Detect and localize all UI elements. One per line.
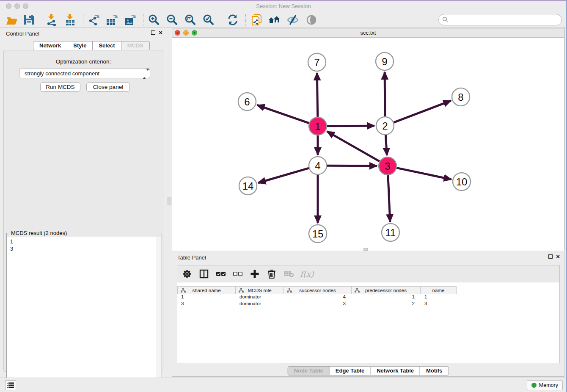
search-input[interactable] — [451, 17, 561, 23]
search-field[interactable] — [438, 14, 562, 25]
tab-node-table[interactable]: Node Table — [288, 366, 330, 375]
graph-node-6[interactable]: 6 — [238, 93, 256, 110]
panel-splitter-handle[interactable] — [168, 197, 171, 205]
add-row-icon[interactable] — [249, 268, 260, 279]
tab-network-table[interactable]: Network Table — [370, 366, 420, 375]
graph-edge-2-9[interactable] — [385, 72, 385, 117]
table-cell[interactable]: 1 — [352, 294, 421, 301]
table-cell[interactable]: dominator — [236, 294, 284, 301]
column-header-MCDS-role[interactable]: MCDS role — [236, 286, 284, 294]
svg-text:4: 4 — [315, 160, 320, 171]
table-cell[interactable]: 4 — [284, 294, 352, 301]
graph-edge-4-14[interactable] — [258, 168, 309, 183]
column-header-successor-nodes[interactable]: successor nodes — [284, 286, 352, 294]
graph-node-4[interactable]: 4 — [309, 157, 327, 174]
open-session-icon[interactable] — [5, 13, 19, 27]
network-canvas[interactable]: 7968124314101511 — [172, 38, 564, 251]
criterion-select[interactable]: strongly connected component — [19, 69, 150, 78]
graph-node-10[interactable]: 10 — [453, 173, 471, 190]
table-cell[interactable]: 2 — [352, 301, 421, 308]
graph-node-3[interactable]: 3 — [379, 157, 396, 175]
export-image-icon[interactable] — [124, 13, 137, 27]
graph-edge-3-1[interactable] — [327, 131, 380, 161]
column-header-predecessor-nodes[interactable]: predecessor nodes — [352, 286, 421, 294]
duplicate-network-icon[interactable] — [250, 13, 264, 27]
refresh-icon[interactable] — [226, 13, 239, 27]
import-network-icon[interactable] — [45, 13, 58, 27]
column-header-shared-name[interactable]: shared name — [177, 286, 236, 294]
memory-button[interactable]: Memory — [527, 380, 563, 390]
export-table-icon[interactable] — [105, 13, 118, 27]
run-mcds-button[interactable]: Run MCDS — [40, 82, 80, 92]
graph-node-14[interactable]: 14 — [239, 177, 257, 195]
graph-node-1[interactable]: 1 — [309, 117, 327, 135]
float-panel-icon[interactable] — [151, 30, 155, 35]
save-session-icon[interactable] — [22, 13, 36, 27]
show-all-networks-icon[interactable] — [267, 13, 281, 27]
network-splitter-handle[interactable] — [363, 248, 368, 251]
tab-network[interactable]: Network — [33, 41, 67, 50]
delete-row-icon[interactable] — [266, 268, 277, 279]
float-table-panel-icon[interactable] — [548, 254, 553, 259]
graph-node-11[interactable]: 11 — [382, 224, 399, 241]
control-panel: Control Panel × NetworkStyleSelectMCDS O… — [0, 28, 168, 373]
main-toolbar — [0, 11, 567, 28]
settings-gear-icon[interactable] — [182, 268, 193, 279]
graph-node-9[interactable]: 9 — [376, 52, 394, 70]
graph-edge-3-11[interactable] — [388, 175, 390, 222]
zoom-out-icon[interactable] — [165, 13, 179, 27]
export-network-icon[interactable] — [87, 13, 101, 27]
column-header-label: successor nodes — [284, 288, 351, 293]
zoom-selected-icon[interactable] — [202, 13, 215, 27]
graph-node-2[interactable]: 2 — [376, 117, 394, 135]
table-cell[interactable]: 3 — [178, 301, 236, 308]
task-history-button[interactable] — [5, 380, 16, 390]
close-panel-button[interactable]: Close panel — [86, 82, 130, 92]
graph-node-8[interactable]: 8 — [452, 88, 470, 106]
table-row[interactable]: 3dominator323 — [178, 301, 559, 308]
tab-select[interactable]: Select — [92, 41, 121, 50]
graph-edge-1-6[interactable] — [257, 105, 310, 123]
table-cell[interactable]: 3 — [284, 301, 352, 308]
graph-edge-1-7[interactable] — [317, 73, 317, 117]
column-header-name[interactable]: name — [421, 286, 457, 294]
table-cell[interactable]: dominator — [236, 301, 284, 308]
graph-edge-3-10[interactable] — [396, 168, 451, 179]
column-header-label: shared name — [178, 288, 235, 293]
table-cell[interactable]: 1 — [421, 294, 457, 301]
close-panel-icon[interactable]: × — [159, 30, 162, 35]
graph-edge-1-2[interactable] — [327, 126, 374, 126]
table-cell[interactable]: 3 — [421, 301, 457, 308]
tab-mcds[interactable]: MCDS — [121, 41, 150, 50]
select-all-icon[interactable] — [215, 268, 226, 279]
show-graphics-details-icon[interactable] — [305, 13, 318, 27]
deselect-all-icon[interactable] — [232, 268, 243, 279]
hide-network-icon[interactable] — [286, 13, 300, 27]
zoom-fit-icon[interactable] — [184, 13, 197, 27]
control-panel-tabbar: NetworkStyleSelectMCDS — [33, 41, 150, 50]
table-panel-tabbar: Node TableEdge TableNetwork TableMotifs — [288, 366, 449, 375]
table-cell[interactable]: 1 — [178, 294, 236, 301]
table-panel-title: Table Panel — [177, 254, 206, 261]
list-icon — [7, 382, 14, 388]
svg-text:15: 15 — [312, 228, 324, 240]
window-title: Session: New Session — [0, 3, 567, 9]
graph-node-15[interactable]: 15 — [309, 225, 327, 243]
table-row[interactable]: 1dominator411 — [178, 294, 559, 301]
graph-edge-2-3[interactable] — [385, 135, 387, 155]
import-table-icon[interactable] — [63, 13, 77, 27]
graph-edge-4-3[interactable] — [327, 166, 377, 166]
column-header-label: name — [421, 288, 456, 293]
columns-icon[interactable] — [198, 268, 209, 279]
close-table-panel-icon[interactable]: × — [556, 254, 560, 259]
network-view-window: × − + scc.txt 7968124314101511 — [172, 28, 564, 251]
tab-edge-table[interactable]: Edge Table — [329, 366, 371, 375]
mcds-result-area[interactable]: 13 — [7, 237, 161, 392]
tab-motifs[interactable]: Motifs — [420, 366, 449, 375]
zoom-in-icon[interactable] — [147, 13, 161, 27]
graph-edge-2-8[interactable] — [394, 101, 451, 123]
graph-node-7[interactable]: 7 — [308, 53, 326, 71]
tab-style[interactable]: Style — [67, 41, 93, 50]
network-window-titlebar[interactable]: × − + scc.txt — [172, 28, 564, 38]
result-scrollbar[interactable] — [156, 237, 161, 392]
